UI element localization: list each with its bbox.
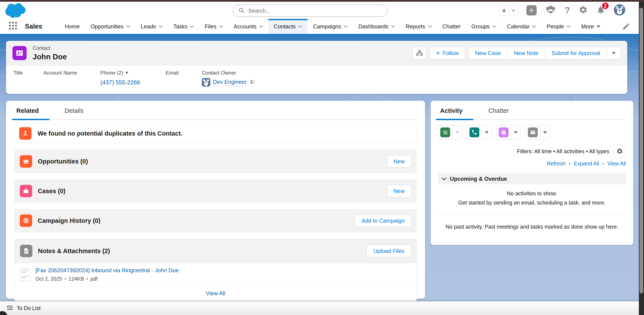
plus-icon: + xyxy=(436,49,440,57)
edit-nav-pencil-icon[interactable] xyxy=(622,22,630,31)
submit-for-approval-button[interactable]: Submit for Approval xyxy=(545,47,607,59)
nav-tab-people[interactable]: People xyxy=(542,19,576,34)
opportunities-icon xyxy=(20,155,32,168)
file-thumbnail xyxy=(20,268,30,281)
nav-tab-home[interactable]: Home xyxy=(60,19,85,34)
chevron-down-icon xyxy=(344,25,348,28)
scrollbar-thumb[interactable] xyxy=(640,8,643,293)
tab-related[interactable]: Related xyxy=(14,107,41,119)
email-button[interactable] xyxy=(526,126,540,139)
nav-tab-contacts[interactable]: Contacts xyxy=(268,19,308,34)
global-header: ★ ? 2 xyxy=(0,2,639,19)
favorite-star-icon[interactable]: ★ xyxy=(499,5,510,16)
owner-name-link[interactable]: Dev Engineer xyxy=(213,79,247,86)
section-title: Opportunities (0) xyxy=(38,158,88,165)
new-task-split-button xyxy=(438,125,462,139)
new-event-split-button xyxy=(496,125,521,139)
nav-tab-more[interactable]: More xyxy=(576,19,606,34)
nav-tab-opportunities[interactable]: Opportunities xyxy=(85,19,136,34)
nav-tab-files[interactable]: Files xyxy=(199,19,228,34)
new-case-button[interactable]: New Case xyxy=(468,47,508,59)
tab-chatter[interactable]: Chatter xyxy=(486,107,511,119)
new-event-button[interactable] xyxy=(496,126,511,139)
notifications-bell-icon[interactable]: 2 xyxy=(596,5,605,15)
search-input[interactable] xyxy=(248,8,377,14)
upcoming-overdue-header[interactable]: Upcoming & Overdue xyxy=(438,173,626,184)
view-hierarchy-button[interactable] xyxy=(412,47,426,59)
todo-list-label[interactable]: To Do List xyxy=(17,305,40,311)
tab-activity[interactable]: Activity xyxy=(438,107,465,119)
attachment-row[interactable]: [Fax 2062047392024] Inbound via Ringcent… xyxy=(14,263,417,286)
refresh-link[interactable]: Refresh xyxy=(547,161,566,167)
user-avatar[interactable] xyxy=(614,4,625,16)
record-actions: + Follow New Case New Note Submit for Ap… xyxy=(412,47,621,59)
phone-dropdown-icon[interactable] xyxy=(125,72,128,74)
more-actions-chevron[interactable] xyxy=(607,47,620,59)
nav-tab-campaigns[interactable]: Campaigns xyxy=(308,19,353,34)
highlights-fields: Title Account Name Phone (2) (437) 555-2… xyxy=(6,66,627,87)
new-note-button[interactable]: New Note xyxy=(508,47,545,59)
phone-value-link[interactable]: (437) 555-2266 xyxy=(100,79,140,86)
cases-section: Cases (0) New xyxy=(14,179,417,203)
duplicates-message: We found no potential duplicates of this… xyxy=(38,130,182,137)
email-options-chevron[interactable] xyxy=(540,126,550,139)
log-call-button[interactable] xyxy=(467,126,482,139)
log-call-split-button xyxy=(467,125,492,139)
nav-tab-chatter[interactable]: Chatter xyxy=(437,19,466,34)
chevron-down-icon xyxy=(159,25,162,28)
setup-gear-icon[interactable] xyxy=(579,5,588,15)
activity-action-buttons xyxy=(438,125,626,139)
nav-tab-reports[interactable]: Reports xyxy=(400,19,437,34)
tab-details[interactable]: Details xyxy=(62,107,86,119)
email-icon xyxy=(528,127,538,137)
activity-filters-row: Filters: All time • All activities • All… xyxy=(438,145,626,158)
follow-button[interactable]: + Follow xyxy=(430,47,465,59)
trailhead-icon[interactable] xyxy=(545,5,556,16)
new-case-related-button[interactable]: New xyxy=(387,185,411,197)
task-options-chevron[interactable] xyxy=(452,126,462,139)
nav-tab-dashboards[interactable]: Dashboards xyxy=(353,19,400,34)
salesforce-logo[interactable] xyxy=(4,2,28,20)
duplicates-merge-icon xyxy=(19,127,32,140)
nav-tab-tasks[interactable]: Tasks xyxy=(168,19,199,34)
get-started-text: Get started by sending an email, schedul… xyxy=(438,200,626,206)
browser-scrollbar[interactable] xyxy=(639,2,644,315)
add-to-campaign-button[interactable]: Add to Campaign xyxy=(355,214,411,227)
nav-tab-accounts[interactable]: Accounts xyxy=(228,19,268,34)
chevron-down-icon xyxy=(190,25,194,28)
attachment-title-link[interactable]: [Fax 2062047392024] Inbound via Ringcent… xyxy=(36,267,179,274)
chevron-down-icon xyxy=(456,131,460,134)
contact-highlights-panel: Contact John Doe + Follow New Case New N… xyxy=(6,41,627,94)
nav-tab-leads[interactable]: Leads xyxy=(136,19,168,34)
notes-attachments-card: Notes & Attachments (2) Upload Files [Fa… xyxy=(14,239,417,301)
activity-settings-gear-icon[interactable] xyxy=(614,145,626,158)
activity-divider xyxy=(438,215,626,215)
event-options-chevron[interactable] xyxy=(511,126,520,139)
app-launcher-icon[interactable] xyxy=(9,22,18,31)
favorites-button: ★ xyxy=(498,5,518,16)
contact-entity-icon xyxy=(12,46,26,60)
nav-tab-groups[interactable]: Groups xyxy=(466,19,502,34)
chevron-down-icon xyxy=(442,177,446,180)
new-task-button[interactable] xyxy=(438,126,452,139)
global-create-icon[interactable] xyxy=(526,5,537,16)
upload-files-button[interactable]: Upload Files xyxy=(367,245,411,257)
change-owner-icon[interactable] xyxy=(250,79,256,86)
nav-tab-calendar[interactable]: Calendar xyxy=(502,19,542,34)
chevron-down-icon xyxy=(126,25,130,28)
nav-tabs: Home Opportunities Leads Tasks Files Acc… xyxy=(60,19,606,34)
activity-view-all-link[interactable]: View All xyxy=(607,161,626,167)
chevron-down-icon xyxy=(485,131,488,134)
help-icon[interactable]: ? xyxy=(564,5,570,16)
favorites-chevron-icon[interactable] xyxy=(510,5,518,16)
expand-all-link[interactable]: Expand All xyxy=(574,161,599,167)
chevron-down-icon xyxy=(298,25,302,28)
new-opportunity-button[interactable]: New xyxy=(387,155,411,168)
call-icon xyxy=(470,127,479,137)
chevron-down-icon xyxy=(612,52,616,54)
chevron-down-icon xyxy=(532,25,536,28)
section-title: Notes & Attachments (2) xyxy=(38,247,110,255)
view-all-link[interactable]: View All xyxy=(206,290,226,297)
header-icons: ★ ? 2 xyxy=(498,2,625,19)
call-options-chevron[interactable] xyxy=(482,126,491,139)
